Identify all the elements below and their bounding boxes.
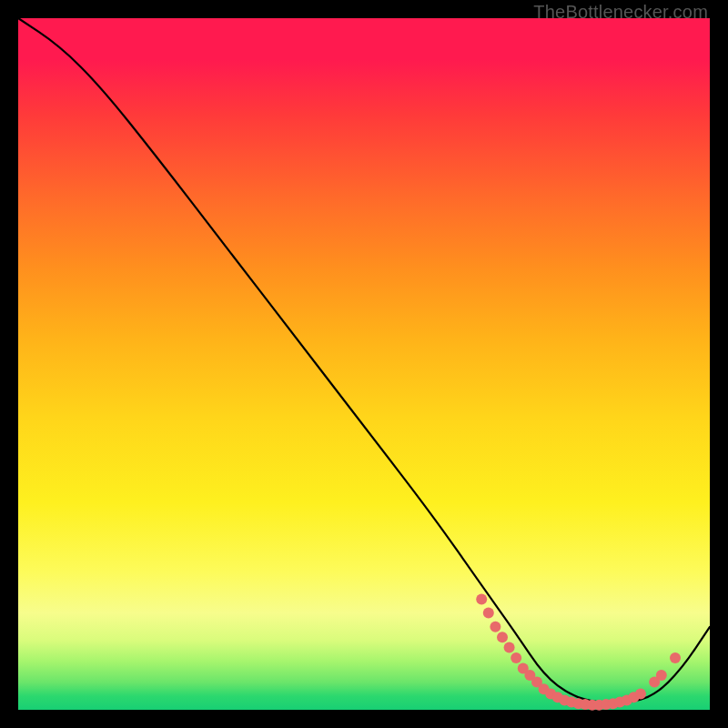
fit-point — [490, 622, 500, 632]
fit-point — [635, 689, 646, 700]
fit-point — [656, 670, 667, 681]
fit-point — [670, 652, 681, 663]
fit-point — [476, 593, 487, 604]
chart-stage: TheBottleneсker.com — [0, 0, 728, 728]
curve-layer — [18, 18, 710, 710]
fit-point — [497, 632, 508, 642]
plot-area — [18, 18, 710, 710]
fit-point — [511, 652, 521, 663]
fit-point — [504, 642, 515, 653]
fit-points-group — [476, 593, 681, 710]
bottleneck-curve — [18, 18, 710, 703]
fit-point — [483, 608, 494, 619]
